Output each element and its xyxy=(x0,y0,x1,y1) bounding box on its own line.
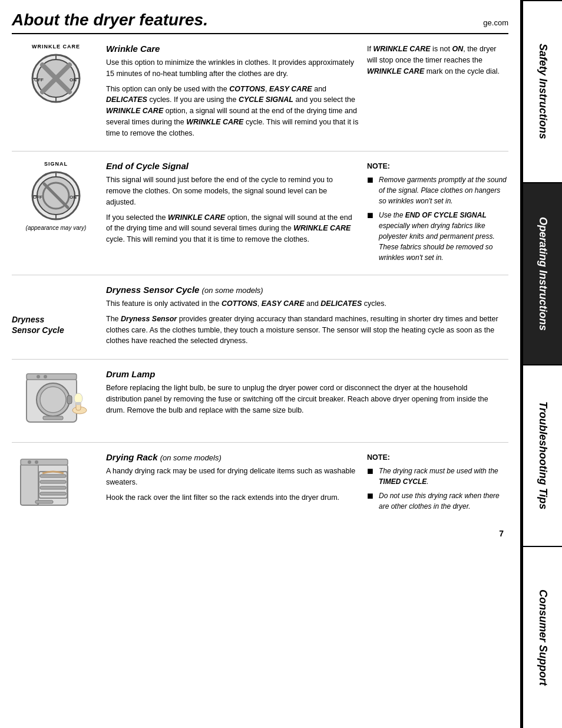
note-bullet-1: ■ xyxy=(367,174,376,185)
end-of-cycle-right: NOTE: ■ Remove garments promptly at the … xyxy=(367,161,508,266)
svg-rect-37 xyxy=(40,492,66,495)
section-dryness-sensor: Dryness Sensor Cycle Dryness Sensor Cycl… xyxy=(12,275,508,360)
drying-rack-heading: Drying Rack (on some models) xyxy=(106,452,359,462)
wrinkle-care-middle: Wrinkle Care Use this option to minimize… xyxy=(106,44,367,143)
sidebar-tab-operating[interactable]: Operating Instructions xyxy=(522,182,562,364)
end-of-cycle-body1: This signal will sound just before the e… xyxy=(106,174,359,207)
wrinkle-care-body1: Use this option to minimize the wrinkles… xyxy=(106,57,359,80)
drying-rack-body1: A handy drying rack may be used for dryi… xyxy=(106,466,359,488)
drying-rack-body2: Hook the rack over the lint filter so th… xyxy=(106,492,359,503)
note-item-1: ■ Remove garments promptly at the sound … xyxy=(367,174,508,206)
drying-rack-right: NOTE: ■ The drying rack must be used wit… xyxy=(367,452,508,517)
svg-rect-34 xyxy=(40,475,66,477)
drying-rack-note-text-2: Do not use this drying rack when there a… xyxy=(379,490,508,512)
drying-rack-note: NOTE: ■ The drying rack must be used wit… xyxy=(367,452,508,512)
signal-dial: OFF ON xyxy=(29,169,82,222)
sidebar: Safety Instructions Operating Instructio… xyxy=(522,0,562,728)
drying-rack-left xyxy=(12,452,106,517)
dryness-label: Dryness Sensor Cycle xyxy=(12,314,64,335)
drying-rack-note-item-2: ■ Do not use this drying rack when there… xyxy=(367,490,508,512)
drying-rack-note-text-1: The drying rack must be used with the TI… xyxy=(379,466,508,487)
end-of-cycle-note: NOTE: ■ Remove garments promptly at the … xyxy=(367,161,508,263)
end-of-cycle-heading: End of Cycle Signal xyxy=(106,161,359,171)
section-drying-rack: Drying Rack (on some models) A handy dry… xyxy=(12,443,508,525)
sidebar-tab-troubleshooting[interactable]: Troubleshooting Tips xyxy=(522,364,562,546)
page-title: About the dryer features. ge.com xyxy=(12,11,508,34)
svg-rect-36 xyxy=(40,486,66,489)
end-of-cycle-middle: End of Cycle Signal This signal will sou… xyxy=(106,161,367,266)
page-number: 7 xyxy=(12,529,508,538)
sidebar-tab-consumer[interactable]: Consumer Support xyxy=(522,546,562,728)
drum-lamp-heading: Drum Lamp xyxy=(106,369,500,379)
drying-rack-heading-suffix: (on some models) xyxy=(160,453,222,462)
svg-rect-35 xyxy=(40,480,66,483)
wrinkle-care-heading: Wrinkle Care xyxy=(106,44,359,54)
svg-rect-31 xyxy=(43,416,63,420)
drum-lamp-illustration xyxy=(21,369,91,434)
note-text-1: Remove garments promptly at the sound of… xyxy=(379,174,508,206)
dryness-sensor-middle: Dryness Sensor Cycle (on some models) Th… xyxy=(106,285,508,351)
section-wrinkle-care: WRINKLE CARE OFF ON xyxy=(12,34,508,151)
wrinkle-care-left: WRINKLE CARE OFF ON xyxy=(12,44,106,143)
svg-rect-24 xyxy=(27,374,77,380)
dryness-sensor-left: Dryness Sensor Cycle xyxy=(12,285,106,351)
wrinkle-care-right: If WRINKLE CARE is not ON, the dryer wil… xyxy=(367,44,508,143)
wrinkle-care-dial: OFF ON xyxy=(29,52,82,105)
svg-rect-23 xyxy=(67,396,72,404)
signal-dial-label: SIGNAL xyxy=(44,161,68,167)
dryness-sensor-body2: The Dryness Sensor provides greater dryi… xyxy=(106,314,500,347)
svg-point-40 xyxy=(28,460,31,464)
wrinkle-care-dial-svg: OFF ON xyxy=(29,52,82,105)
note-item-2: ■ Use the END OF CYCLE SIGNAL especially… xyxy=(367,210,508,263)
appearance-note: (appearance may vary) xyxy=(26,225,87,231)
sidebar-tab-safety[interactable]: Safety Instructions xyxy=(522,0,562,182)
dryness-sensor-heading: Dryness Sensor Cycle (on some models) xyxy=(106,285,500,295)
svg-point-22 xyxy=(40,387,66,413)
drying-rack-note-item-1: ■ The drying rack must be used with the … xyxy=(367,466,508,487)
end-of-cycle-left: SIGNAL OFF ON xyxy=(12,161,106,266)
signal-dial-svg: OFF ON xyxy=(29,169,82,222)
svg-rect-33 xyxy=(21,464,38,505)
drum-lamp-middle: Drum Lamp Before replacing the light bul… xyxy=(106,369,508,434)
note-bullet-2: ■ xyxy=(367,210,376,220)
drying-rack-illustration xyxy=(18,452,94,517)
svg-point-41 xyxy=(35,460,38,464)
svg-point-26 xyxy=(44,375,47,378)
section-drum-lamp: Drum Lamp Before replacing the light bul… xyxy=(12,360,508,443)
dryness-sensor-body1: This feature is only activated in the CO… xyxy=(106,298,500,309)
end-of-cycle-body2: If you selected the WRINKLE CARE option,… xyxy=(106,212,359,245)
svg-point-25 xyxy=(37,375,40,378)
drum-lamp-left xyxy=(12,369,106,434)
svg-rect-42 xyxy=(35,500,53,503)
note-label: NOTE: xyxy=(367,161,508,172)
wrinkle-care-body2: This option can only be used with the CO… xyxy=(106,84,359,139)
drying-rack-middle: Drying Rack (on some models) A handy dry… xyxy=(106,452,367,517)
drum-lamp-body1: Before replacing the light bulb, be sure… xyxy=(106,383,500,416)
section-end-of-cycle: SIGNAL OFF ON xyxy=(12,151,508,275)
dryness-sensor-heading-suffix: (on some models) xyxy=(202,286,263,295)
drying-rack-note-bullet-1: ■ xyxy=(367,466,376,476)
drying-rack-note-bullet-2: ■ xyxy=(367,490,376,501)
note-text-2: Use the END OF CYCLE SIGNAL especially w… xyxy=(379,210,508,263)
wrinkle-care-dial-label: WRINKLE CARE xyxy=(32,44,80,50)
svg-rect-30 xyxy=(76,402,81,405)
wrinkle-care-right-text: If WRINKLE CARE is not ON, the dryer wil… xyxy=(367,44,508,77)
drying-rack-note-label: NOTE: xyxy=(367,452,508,463)
